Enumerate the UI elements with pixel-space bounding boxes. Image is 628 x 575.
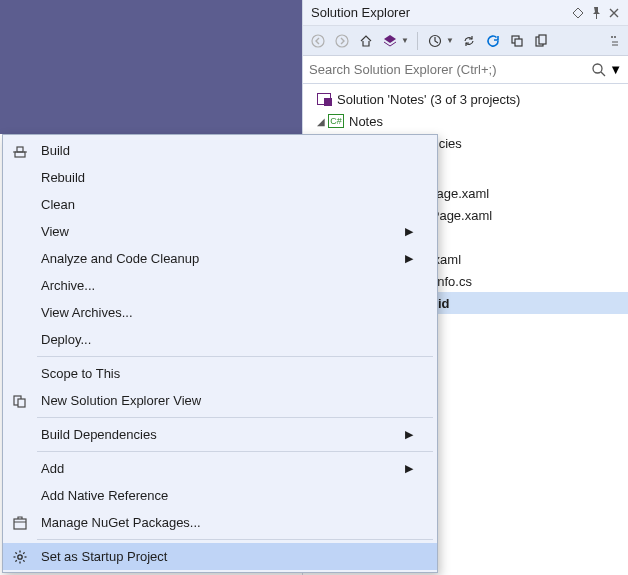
pin-icon[interactable] <box>588 5 604 21</box>
dropdown-icon[interactable]: ▼ <box>446 36 454 45</box>
menu-separator <box>37 417 433 418</box>
panel-toolbar: ▼ ▼ <box>303 26 628 56</box>
switch-views-icon[interactable] <box>379 30 401 52</box>
show-all-files-icon[interactable] <box>530 30 552 52</box>
project-node[interactable]: ◢ C# Notes <box>303 110 628 132</box>
submenu-arrow-icon: ▶ <box>405 252 413 265</box>
sync-icon[interactable] <box>458 30 480 52</box>
menu-separator <box>37 539 433 540</box>
svg-point-9 <box>593 64 602 73</box>
menu-add[interactable]: Add▶ <box>3 455 437 482</box>
menu-separator <box>37 356 433 357</box>
collapse-all-icon[interactable] <box>506 30 528 52</box>
pending-changes-icon[interactable] <box>424 30 446 52</box>
home-icon[interactable] <box>355 30 377 52</box>
submenu-arrow-icon: ▶ <box>405 225 413 238</box>
svg-rect-11 <box>17 147 23 152</box>
menu-deploy[interactable]: Deploy... <box>3 326 437 353</box>
build-icon <box>3 143 37 159</box>
submenu-arrow-icon: ▶ <box>405 428 413 441</box>
svg-point-1 <box>336 35 348 47</box>
svg-rect-6 <box>539 35 546 44</box>
search-dropdown-icon[interactable]: ▼ <box>609 62 622 77</box>
panel-title: Solution Explorer <box>311 5 568 20</box>
toolbar-overflow-icon[interactable] <box>610 34 624 48</box>
editor-background <box>0 0 302 134</box>
menu-new-view[interactable]: New Solution Explorer View <box>3 387 437 414</box>
search-icon[interactable] <box>591 62 607 78</box>
close-icon[interactable] <box>606 5 622 21</box>
menu-archive[interactable]: Archive... <box>3 272 437 299</box>
nuget-icon <box>3 515 37 531</box>
svg-rect-10 <box>15 152 25 157</box>
menu-clean[interactable]: Clean <box>3 191 437 218</box>
svg-point-15 <box>18 554 22 558</box>
gear-icon <box>3 549 37 565</box>
forward-icon[interactable] <box>331 30 353 52</box>
search-bar: ▼ <box>303 56 628 84</box>
menu-build-deps[interactable]: Build Dependencies▶ <box>3 421 437 448</box>
solution-node[interactable]: Solution 'Notes' (3 of 3 projects) <box>303 88 628 110</box>
window-position-icon[interactable] <box>570 5 586 21</box>
refresh-icon[interactable] <box>482 30 504 52</box>
svg-rect-13 <box>18 399 25 407</box>
menu-scope[interactable]: Scope to This <box>3 360 437 387</box>
svg-rect-14 <box>14 519 26 529</box>
menu-set-startup[interactable]: Set as Startup Project <box>3 543 437 570</box>
menu-analyze[interactable]: Analyze and Code Cleanup▶ <box>3 245 437 272</box>
svg-point-8 <box>614 36 616 38</box>
svg-point-7 <box>611 36 613 38</box>
menu-view[interactable]: View▶ <box>3 218 437 245</box>
back-icon[interactable] <box>307 30 329 52</box>
menu-build[interactable]: Build <box>3 137 437 164</box>
menu-nuget[interactable]: Manage NuGet Packages... <box>3 509 437 536</box>
panel-titlebar: Solution Explorer <box>303 0 628 26</box>
search-input[interactable] <box>309 62 591 77</box>
menu-rebuild[interactable]: Rebuild <box>3 164 437 191</box>
dropdown-icon[interactable]: ▼ <box>401 36 409 45</box>
expand-icon[interactable]: ◢ <box>315 116 327 127</box>
csharp-project-icon: C# <box>327 113 345 129</box>
menu-separator <box>37 451 433 452</box>
menu-add-native[interactable]: Add Native Reference <box>3 482 437 509</box>
menu-view-archives[interactable]: View Archives... <box>3 299 437 326</box>
solution-icon <box>315 91 333 107</box>
toolbar-separator <box>417 32 418 50</box>
new-view-icon <box>3 393 37 409</box>
svg-point-0 <box>312 35 324 47</box>
svg-rect-4 <box>515 39 522 46</box>
context-menu: Build Rebuild Clean View▶ Analyze and Co… <box>2 134 438 573</box>
submenu-arrow-icon: ▶ <box>405 462 413 475</box>
